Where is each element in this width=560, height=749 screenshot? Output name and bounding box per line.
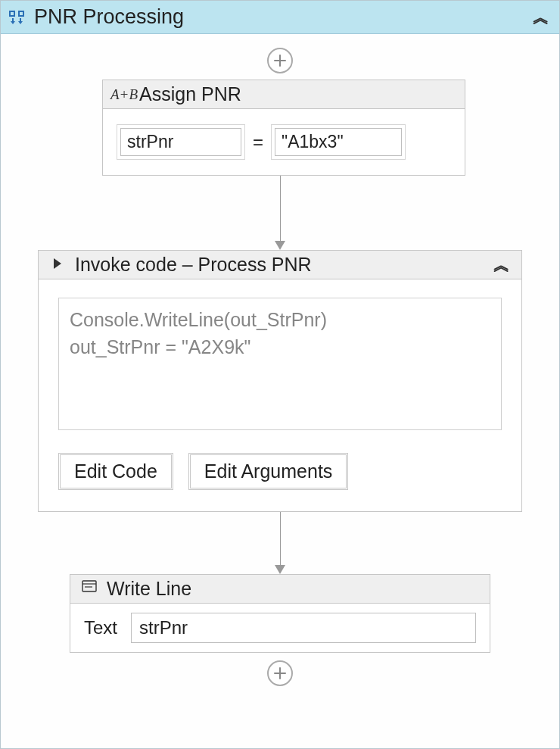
sequence-container: PNR Processing ︽ A+B Assign PNR = [0, 0, 560, 749]
invoke-code-activity[interactable]: Invoke code – Process PNR ︽ Console.Writ… [38, 250, 522, 512]
write-line-activity[interactable]: Write Line Text [70, 574, 490, 653]
write-line-icon [78, 580, 101, 598]
write-line-text-label: Text [84, 617, 117, 638]
sequence-body: A+B Assign PNR = Inv [1, 34, 559, 706]
assign-equals: = [251, 132, 265, 153]
invoke-body: Console.WriteLine(out_StrPnr) out_StrPnr… [39, 279, 521, 511]
write-line-text-input[interactable] [131, 613, 476, 643]
assign-header[interactable]: A+B Assign PNR [103, 80, 465, 109]
assign-activity[interactable]: A+B Assign PNR = [102, 80, 465, 176]
assign-title: Assign PNR [139, 83, 457, 105]
connector-arrow [275, 176, 285, 250]
assign-lhs-slot [117, 124, 245, 160]
invoke-header[interactable]: Invoke code – Process PNR ︽ [39, 251, 521, 279]
collapse-icon[interactable]: ︽ [528, 10, 553, 25]
expand-icon[interactable] [46, 256, 69, 273]
svg-rect-0 [82, 581, 96, 591]
write-line-header[interactable]: Write Line [70, 575, 490, 604]
edit-code-button[interactable]: Edit Code [58, 453, 173, 490]
write-line-title: Write Line [107, 578, 482, 600]
assign-rhs-input[interactable] [275, 128, 402, 156]
sequence-icon [7, 5, 26, 29]
add-activity-bottom-button[interactable] [267, 660, 293, 686]
sequence-title: PNR Processing [34, 5, 528, 29]
connector-arrow [275, 512, 285, 574]
sequence-header[interactable]: PNR Processing ︽ [1, 1, 559, 34]
add-activity-top-button[interactable] [267, 48, 293, 73]
code-preview[interactable]: Console.WriteLine(out_StrPnr) out_StrPnr… [58, 298, 502, 430]
edit-arguments-button[interactable]: Edit Arguments [188, 453, 349, 490]
collapse-icon[interactable]: ︽ [489, 257, 514, 273]
invoke-button-row: Edit Code Edit Arguments [58, 453, 502, 490]
assign-lhs-input[interactable] [120, 128, 241, 156]
write-line-body: Text [70, 604, 490, 652]
assign-body: = [103, 109, 465, 175]
assign-icon: A+B [110, 86, 133, 103]
assign-rhs-slot [271, 124, 406, 160]
invoke-title: Invoke code – Process PNR [75, 254, 489, 276]
